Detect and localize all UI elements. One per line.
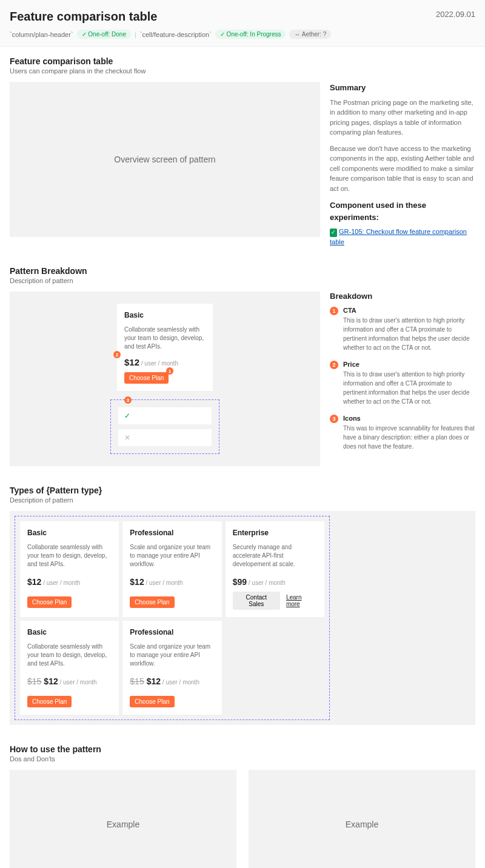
plan-price: $12 <box>27 577 41 587</box>
page-date: 2022.09.01 <box>436 10 475 19</box>
breakdown-preview: Basic Collaborate seamlessly with your t… <box>10 292 320 466</box>
learn-more-link[interactable]: Learn more <box>286 594 317 607</box>
choose-plan-button[interactable]: Choose Plan <box>130 596 174 608</box>
choose-plan-button[interactable]: Choose Plan <box>27 596 72 608</box>
bd-title: CTA <box>343 307 475 314</box>
plan-unit: / user / month <box>41 579 80 586</box>
intro-section: Feature comparison table Users can compa… <box>0 47 485 256</box>
plan-unit: / user / month <box>58 679 97 686</box>
section-heading: Feature comparison table <box>10 56 475 66</box>
plan-unit: / user / month <box>144 579 183 586</box>
type-card-basic: Basic Collaborate seamlessly with your t… <box>20 521 119 617</box>
choose-plan-button[interactable]: Choose Plan <box>130 696 174 707</box>
breakdown-item: 1 CTAThis is to draw user's attention to… <box>330 307 475 352</box>
feature-row-yes: ✓ <box>118 407 212 424</box>
plan-desc: Scale and organize your team to manage y… <box>130 643 214 668</box>
contact-sales-button[interactable]: Contact Sales <box>233 592 280 610</box>
type-card-professional-discount: Professional Scale and organize your tea… <box>122 621 221 715</box>
breakdown-list: Breakdown 1 CTAThis is to draw user's at… <box>330 292 475 466</box>
plan-name: Basic <box>27 529 112 537</box>
breakdown-num-icon: 3 <box>330 415 338 423</box>
divider: | <box>135 31 136 38</box>
plan-unit: / user / month <box>247 579 286 586</box>
status-pill-unknown: ↔ Aether: ? <box>289 30 331 39</box>
plan-desc: Collaborate seamlessly with your team to… <box>27 543 112 569</box>
plan-desc: Securely manage and accelerate API-first… <box>233 543 317 569</box>
breakdown-section: Pattern Breakdown Description of pattern… <box>0 256 485 476</box>
plan-price: $12 <box>44 676 58 686</box>
status-pill-done: ✓ One-off: Done <box>77 30 131 39</box>
plan-price: $12 <box>130 577 144 587</box>
example-placeholder: Example <box>10 770 236 868</box>
section-heading: Types of {Pattern type} <box>10 486 475 495</box>
section-sub: Description of pattern <box>10 277 475 284</box>
page-title: Feature comparison table <box>10 10 157 24</box>
plan-price: $99 <box>233 577 247 587</box>
dont-column: Example ✕Don't Use this table outside th… <box>249 770 475 868</box>
plan-unit: / user / month <box>161 679 199 686</box>
bd-desc: This was to improve scannability for fea… <box>343 424 475 451</box>
check-icon: ✓ <box>124 412 130 420</box>
plan-desc: Collaborate seamlessly with your team to… <box>27 643 112 668</box>
annotation-3: 3 <box>124 396 132 404</box>
breakdown-item: 3 IconsThis was to improve scannability … <box>330 415 475 451</box>
old-price: $15 <box>130 676 144 686</box>
plan-card: Basic Collaborate seamlessly with your t… <box>117 304 213 391</box>
annotation-1: 1 <box>166 367 173 375</box>
icon-preview-box: 3 ✓ ✕ <box>110 399 219 454</box>
experiment-link[interactable]: GR-105: Checkout flow feature comparison… <box>330 228 467 245</box>
breakdown-num-icon: 1 <box>330 307 338 315</box>
bd-title: Price <box>343 361 475 368</box>
summary-p1: The Postman pricing page on the marketin… <box>330 98 475 138</box>
plan-desc: Scale and organize your team to manage y… <box>130 543 214 569</box>
overview-placeholder: Overview screen of pattern <box>10 82 320 237</box>
plan-price: $12 <box>147 676 161 686</box>
plan-name: Basic <box>27 628 112 636</box>
code-tag: `cell/feature-description` <box>140 31 212 38</box>
howto-section: How to use the pattern Dos and Don'ts Ex… <box>0 735 485 868</box>
types-grid: Basic Collaborate seamlessly with your t… <box>15 516 330 720</box>
bd-title: Icons <box>343 415 475 422</box>
section-sub: Description of pattern <box>10 496 475 504</box>
section-sub: Users can compare plans in the checkout … <box>10 67 475 75</box>
check-emoji-icon: ✓ <box>330 229 337 237</box>
type-card-professional: Professional Scale and organize your tea… <box>122 521 221 617</box>
page-header: Feature comparison table 2022.09.01 `col… <box>0 0 485 47</box>
plan-unit: / user / month <box>139 360 178 367</box>
plan-name: Basic <box>124 311 206 319</box>
breakdown-heading: Breakdown <box>330 292 475 301</box>
summary-panel: Summary The Postman pricing page on the … <box>330 82 475 247</box>
section-heading: How to use the pattern <box>10 744 475 754</box>
plan-desc: Collaborate seamlessly with your team to… <box>124 326 206 351</box>
summary-p2: Because we don't have access to the mark… <box>330 144 475 194</box>
types-section: Types of {Pattern type} Description of p… <box>0 476 485 735</box>
section-sub: Dos and Don'ts <box>10 755 475 763</box>
breakdown-item: 2 PriceThis is to draw user's attention … <box>330 361 475 406</box>
breakdown-num-icon: 2 <box>330 361 338 369</box>
type-card-basic-discount: Basic Collaborate seamlessly with your t… <box>20 621 119 715</box>
example-placeholder: Example <box>249 770 475 868</box>
plan-price: $12 <box>124 357 139 367</box>
bd-desc: This is to draw user's attention to high… <box>343 316 475 352</box>
do-column: Example ✓Do Use it in the checkout flow … <box>10 770 236 868</box>
old-price: $15 <box>27 676 41 686</box>
choose-plan-button[interactable]: Choose Plan <box>27 696 72 707</box>
bd-desc: This is to draw user's attention to high… <box>343 370 475 406</box>
plan-name: Professional <box>130 628 214 636</box>
code-tag: `column/plan-header` <box>10 31 73 38</box>
type-card-enterprise: Enterprise Securely manage and accelerat… <box>226 521 324 617</box>
experiments-heading: Component used in these experiments: <box>330 199 475 223</box>
annotation-2: 2 <box>113 351 121 358</box>
status-pill-progress: ✓ One-off: In Progress <box>215 30 286 39</box>
plan-name: Professional <box>130 529 214 537</box>
section-heading: Pattern Breakdown <box>10 266 475 276</box>
feature-row-no: ✕ <box>118 429 212 446</box>
choose-plan-button[interactable]: Choose Plan <box>124 372 169 384</box>
summary-heading: Summary <box>330 82 475 94</box>
tags-row: `column/plan-header` ✓ One-off: Done | `… <box>10 30 475 39</box>
plan-name: Enterprise <box>233 529 317 537</box>
x-icon: ✕ <box>124 433 130 442</box>
